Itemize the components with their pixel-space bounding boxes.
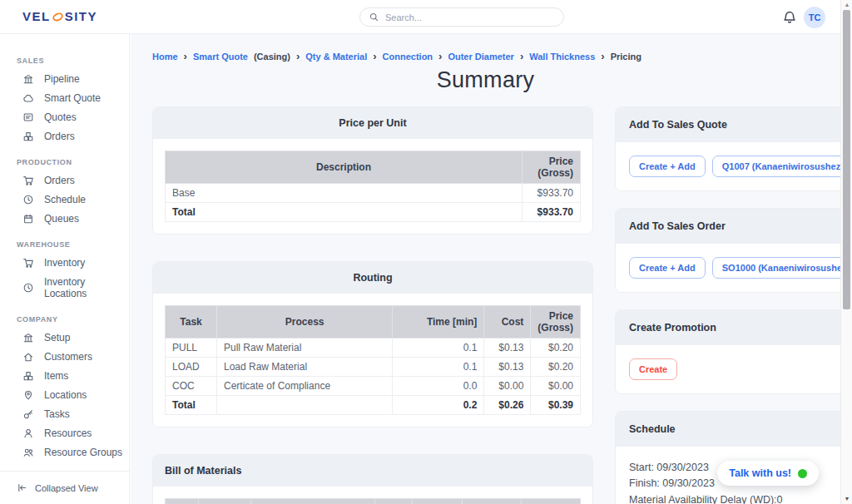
breadcrumb-connection[interactable]: Connection (383, 52, 433, 62)
total-row: Total $933.70 (166, 203, 581, 222)
collapsed-view-toggle[interactable]: Collapsed View (0, 471, 129, 504)
sidebar-item-queues[interactable]: Queues (0, 209, 129, 228)
column-header-price-gross: Price (Gross) (523, 151, 581, 184)
sidebar-item-sales-orders[interactable]: Orders (0, 126, 129, 146)
total-price-cell: $0.39 (531, 396, 581, 415)
scroll-down-arrow[interactable]: ▼ (841, 494, 852, 504)
sidebar-item-label: Pipeline (44, 73, 80, 85)
scroll-up-arrow[interactable]: ▲ (841, 0, 852, 10)
create-add-quote-button[interactable]: Create + Add (629, 156, 706, 177)
sidebar-item-setup[interactable]: Setup (0, 328, 129, 347)
key-icon (22, 408, 34, 420)
price-per-unit-card: Price per Unit Description Price (Gross)… (152, 106, 593, 235)
sales-order-dropdown[interactable]: SO1000 (Kanaeniwirosushez... (712, 257, 840, 279)
notification-bell-icon[interactable] (782, 9, 797, 26)
people-icon (22, 447, 34, 458)
create-promotion-button[interactable]: Create (629, 358, 677, 380)
task-cell: PULL (166, 338, 217, 358)
breadcrumb-pricing-current: Pricing (611, 52, 641, 62)
sidebar-item-label: Inventory (44, 257, 85, 269)
sidebar-item-inventory[interactable]: Inventory (0, 253, 129, 272)
column-header-uom: UOM (374, 499, 412, 504)
schedule-material-delay: Material Availability Delay (WD):0 (629, 492, 840, 504)
sidebar-item-label: Quotes (44, 111, 77, 123)
collapse-left-icon (17, 482, 27, 493)
velosity-logo[interactable]: VEL SITY (22, 9, 97, 23)
sidebar-section-company: COMPANY (17, 315, 129, 324)
sidebar-item-label: Tasks (44, 408, 70, 420)
pin-icon (22, 389, 34, 401)
breadcrumb-qty-material[interactable]: Qty & Material (305, 52, 367, 62)
sidebar-section-production: PRODUCTION (17, 158, 129, 166)
cart-icon (22, 257, 34, 269)
chat-widget-button[interactable]: Talk with us! (717, 461, 819, 486)
sidebar-item-inventory-locations[interactable]: Inventory Locations (0, 272, 129, 303)
sidebar-item-smart-quote[interactable]: Smart Quote (0, 88, 129, 107)
column-header-price-gross: Price (Gross) (531, 306, 581, 338)
sidebar-item-resources[interactable]: Resources (0, 423, 129, 442)
breadcrumb: Home Smart Quote (Casing) Qty & Material… (152, 50, 819, 62)
column-header-process: Process (217, 306, 393, 338)
routing-table: Task Process Time [min] Cost Price (Gros… (165, 305, 581, 415)
price-cell: $933.70 (523, 184, 581, 203)
sidebar-item-production-orders[interactable]: Orders (0, 170, 129, 190)
sidebar-item-label: Schedule (44, 194, 86, 205)
total-label-cell: Total (166, 396, 217, 415)
time-cell: 0.0 (393, 377, 484, 396)
add-to-sales-quote-title: Add To Sales Quote (616, 107, 840, 142)
breadcrumb-casing-suffix: (Casing) (254, 52, 290, 62)
schedule-panel: Schedule Start: 09/30/2023 Finish: 09/30… (615, 411, 840, 504)
empty-cell (217, 396, 393, 415)
boxes-icon (22, 131, 34, 142)
page-title: Summary (152, 67, 819, 93)
column-header-qty: Qty (166, 499, 199, 504)
sidebar-item-label: Queues (44, 213, 79, 225)
sidebar-item-schedule[interactable]: Schedule (0, 190, 129, 209)
sidebar-item-label: Items (44, 370, 68, 382)
sidebar-item-pipeline[interactable]: Pipeline (0, 69, 129, 88)
total-price-cell: $933.70 (523, 203, 581, 222)
breadcrumb-wall-thickness[interactable]: Wall Thickness (529, 52, 595, 62)
price-per-unit-table: Description Price (Gross) Base $933.70 T… (165, 151, 581, 222)
logo-text-right: SITY (65, 9, 97, 23)
sales-quote-dropdown[interactable]: Q1007 (Kanaeniwirosushezh... (712, 156, 840, 177)
chat-label: Talk with us! (729, 467, 791, 479)
total-row: Total 0.2 $0.26 $0.39 (166, 396, 581, 415)
breadcrumb-smart-quote[interactable]: Smart Quote (193, 52, 248, 62)
sidebar-item-items[interactable]: Items (0, 366, 129, 385)
breadcrumb-outer-diameter[interactable]: Outer Diameter (448, 52, 513, 62)
bill-of-materials-card: Bill of Materials Qty Part Number Descri… (152, 454, 593, 504)
logo-swoosh-icon (52, 11, 64, 22)
cost-cell: $0.13 (484, 338, 531, 358)
sidebar-item-label: Smart Quote (44, 92, 101, 104)
total-time-cell: 0.2 (393, 396, 484, 415)
sidebar-section-sales: SALES (17, 57, 129, 65)
sidebar-item-label: Resource Groups (44, 447, 122, 458)
user-avatar[interactable]: TC (804, 7, 825, 28)
column-header-time-min: Time [min] (393, 306, 484, 338)
sidebar-item-quotes[interactable]: Quotes (0, 107, 129, 126)
search-input[interactable] (385, 12, 555, 22)
sidebar-item-locations[interactable]: Locations (0, 385, 129, 404)
sidebar-item-tasks[interactable]: Tasks (0, 404, 129, 423)
description-cell: Base (166, 184, 523, 203)
scrollbar-thumb[interactable] (843, 10, 850, 309)
page-scrollbar[interactable]: ▲ ▼ (840, 0, 852, 504)
breadcrumb-home[interactable]: Home (152, 52, 178, 62)
create-promotion-title: Create Promotion (616, 310, 840, 345)
sidebar-item-resource-groups[interactable]: Resource Groups (0, 442, 129, 462)
sidebar-item-label: Locations (44, 389, 87, 401)
boxes-icon (22, 370, 34, 382)
online-status-dot (798, 469, 807, 478)
bill-of-materials-title: Bill of Materials (153, 455, 592, 487)
building-icon (22, 332, 34, 343)
task-cell: COC (166, 377, 217, 396)
column-header-description: Description (166, 151, 523, 184)
clock-icon (22, 194, 34, 205)
sidebar-item-customers[interactable]: Customers (0, 347, 129, 366)
sidebar-item-label: Orders (44, 175, 75, 186)
routing-card: Routing Task Process Time [min] Cost Pri… (152, 261, 593, 427)
column-header-unit-cost: Unit Cost (412, 499, 462, 504)
create-promotion-panel: Create Promotion Create (615, 309, 840, 394)
create-add-order-button[interactable]: Create + Add (629, 257, 706, 279)
